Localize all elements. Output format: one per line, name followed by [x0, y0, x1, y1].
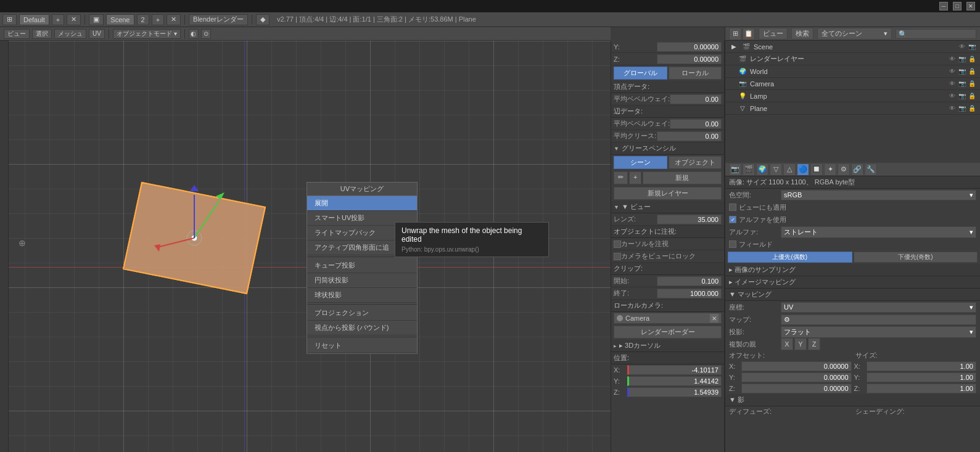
world-eye[interactable]: 👁: [948, 67, 957, 76]
outliner-icon1[interactable]: ⊞: [729, 28, 741, 40]
prop-icon-material[interactable]: 🔵: [797, 163, 809, 176]
z-value[interactable]: 0.00000: [657, 54, 722, 64]
scene-row[interactable]: ▶ 🎬 Scene 👁 📷: [725, 41, 980, 53]
local-button[interactable]: ローカル: [669, 67, 722, 80]
mapping-section[interactable]: ▼ マッピング: [725, 289, 980, 301]
map-dropdown[interactable]: ⚙: [781, 314, 976, 325]
y-axis-btn[interactable]: Y: [794, 338, 807, 350]
close-workspace-button[interactable]: ✕: [67, 14, 81, 25]
menu-item-view-projection[interactable]: 視点から投影 (バウンド): [307, 321, 417, 335]
mode-dropdown[interactable]: オブジェクトモード ▾: [113, 29, 181, 39]
cursor-focus-row[interactable]: カーソルを注視: [611, 238, 724, 250]
camera-render[interactable]: 📷: [958, 80, 966, 88]
pos-z-value[interactable]: 1.54939: [627, 387, 722, 397]
viewport-shading-icon[interactable]: ◐: [189, 29, 199, 39]
grease-pencil-section[interactable]: ▼ グリースペンシル: [611, 142, 724, 155]
prop-icon-modifiers[interactable]: 🔧: [865, 163, 877, 176]
menu-item-cylinder[interactable]: 円筒状投影: [307, 273, 417, 288]
coord-dropdown[interactable]: UV ▾: [781, 302, 976, 313]
avg-bevel2-val[interactable]: 0.00: [670, 119, 722, 129]
camera-field[interactable]: Camera ✕: [614, 313, 722, 324]
render-layer-lock[interactable]: 🔒: [968, 55, 976, 64]
clip-end-val[interactable]: 1000.000: [657, 289, 722, 298]
view-menu-btn[interactable]: ビュー: [759, 28, 788, 39]
view-section[interactable]: ▼ ▼ ビュー: [611, 201, 724, 213]
oz-value[interactable]: 0.00000: [741, 384, 852, 393]
camera-lock-out[interactable]: 🔒: [968, 80, 976, 88]
workspace-name[interactable]: Default: [19, 14, 49, 25]
ox-value[interactable]: 0.00000: [741, 361, 852, 371]
clip-start-val[interactable]: 0.100: [657, 276, 722, 286]
priority-top-button[interactable]: 上優先(偶数): [728, 252, 852, 263]
pos-x-value[interactable]: -4.10117: [627, 365, 722, 375]
plane-lock[interactable]: 🔒: [968, 104, 976, 113]
view-check-row[interactable]: ビューにも適用: [725, 201, 980, 213]
outliner-search[interactable]: 🔍: [896, 29, 976, 39]
prop-icon-render[interactable]: 📷: [729, 163, 741, 176]
camera-clear-button[interactable]: ✕: [710, 314, 719, 323]
alpha-use-checkbox[interactable]: ✓: [729, 216, 736, 223]
prop-icon-texture[interactable]: 🔲: [810, 163, 823, 176]
menu-item-projection[interactable]: プロジェクション: [307, 306, 417, 321]
select-menu-button[interactable]: 選択: [32, 29, 52, 39]
add-scene-button[interactable]: +: [152, 14, 164, 25]
prop-icon-physics[interactable]: ⚙: [838, 163, 850, 176]
field-row[interactable]: フィールド: [725, 238, 980, 250]
lamp-render[interactable]: 📷: [958, 92, 966, 101]
alpha-dropdown[interactable]: ストレート ▾: [781, 226, 976, 238]
minimize-button[interactable]: ─: [939, 2, 948, 10]
pos-y-value[interactable]: 1.44142: [627, 376, 722, 386]
scene-dropdown[interactable]: 全てのシーン ▾: [817, 28, 892, 39]
menu-item-unwrap[interactable]: 展開: [307, 196, 417, 211]
add-workspace-button[interactable]: +: [52, 14, 64, 25]
lens-value[interactable]: 35.000: [657, 215, 722, 224]
scene-button[interactable]: シーン: [614, 156, 667, 169]
render-layer-eye[interactable]: 👁: [948, 55, 957, 64]
viewport-overlay-icon[interactable]: ⊙: [201, 29, 211, 39]
render-layer-row[interactable]: 🎬 レンダーレイヤー 👁 📷 🔒: [725, 53, 980, 65]
lamp-lock[interactable]: 🔒: [968, 92, 976, 101]
sy-value[interactable]: 1.00: [867, 372, 977, 382]
scene-render-icon[interactable]: 📷: [968, 43, 976, 51]
uv-menu-button[interactable]: UV: [89, 29, 105, 39]
cursor-focus-checkbox[interactable]: [614, 240, 621, 248]
render-layer-render[interactable]: 📷: [958, 55, 966, 64]
oy-value[interactable]: 0.00000: [741, 372, 852, 382]
scene-eye-icon[interactable]: 👁: [958, 43, 966, 51]
close-scene-button[interactable]: ✕: [167, 14, 181, 25]
outliner-icon2[interactable]: 📋: [743, 28, 755, 40]
3d-cursor-section[interactable]: ▸ ▸ 3Dカーソル: [611, 340, 724, 352]
proj-dropdown[interactable]: フラット ▾: [781, 326, 976, 338]
lamp-eye[interactable]: 👁: [948, 92, 957, 101]
layout-icon[interactable]: ⊞: [2, 14, 17, 25]
plane-render[interactable]: 📷: [958, 104, 966, 113]
prop-icon-constraints[interactable]: 🔗: [851, 163, 863, 176]
search-btn[interactable]: 検索: [791, 28, 813, 39]
menu-item-reset[interactable]: リセット: [307, 339, 417, 353]
new-button[interactable]: 新規: [643, 171, 722, 184]
prop-icon-object[interactable]: ▽: [770, 163, 782, 176]
camera-lock-row[interactable]: カメラをビューにロック: [611, 250, 724, 263]
prop-icon-world[interactable]: 🌍: [756, 163, 768, 176]
alpha-check-row[interactable]: ✓ アルファを使用: [725, 213, 980, 226]
world-lock[interactable]: 🔒: [968, 67, 976, 76]
avg-crease-val[interactable]: 0.00: [657, 131, 722, 141]
sz-value[interactable]: 1.00: [867, 384, 977, 393]
lamp-row[interactable]: 💡 Lamp 👁 📷 🔒: [725, 90, 980, 102]
avg-bevel-val[interactable]: 0.00: [670, 94, 722, 104]
sampling-section[interactable]: ▸ 画像のサンプリング: [725, 264, 980, 276]
menu-item-cube[interactable]: キューブ投影: [307, 258, 417, 273]
field-checkbox[interactable]: [729, 240, 736, 248]
new-layer-button[interactable]: 新規レイヤー: [614, 187, 722, 200]
prop-icon-mesh[interactable]: △: [783, 163, 796, 176]
close-button[interactable]: ✕: [966, 2, 975, 10]
z-axis-btn[interactable]: Z: [808, 338, 820, 350]
world-render[interactable]: 📷: [958, 67, 966, 76]
render-engine-dropdown[interactable]: Blenderレンダー: [189, 14, 248, 25]
maximize-button[interactable]: □: [953, 2, 961, 10]
camera-eye[interactable]: 👁: [948, 80, 957, 88]
camera-row[interactable]: 📷 Camera 👁 📷 🔒: [725, 78, 980, 90]
sx-value[interactable]: 1.00: [867, 361, 977, 371]
menu-item-sphere[interactable]: 球状投影: [307, 288, 417, 303]
world-row[interactable]: 🌍 World 👁 📷 🔒: [725, 65, 980, 78]
